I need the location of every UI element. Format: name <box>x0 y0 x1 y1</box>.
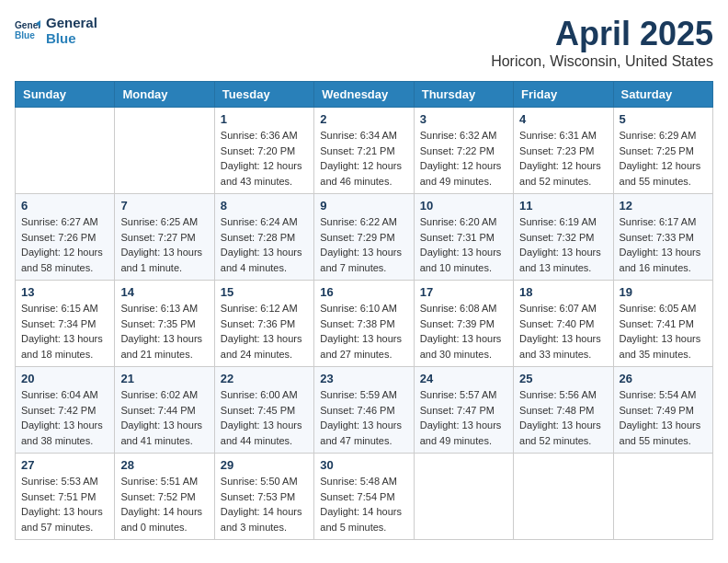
calendar-cell: 20Sunrise: 6:04 AMSunset: 7:42 PMDayligh… <box>16 367 115 454</box>
calendar-header-row: SundayMondayTuesdayWednesdayThursdayFrid… <box>16 82 713 108</box>
day-info: Sunrise: 6:24 AMSunset: 7:28 PMDaylight:… <box>221 214 308 275</box>
day-number: 29 <box>221 458 308 472</box>
location-title: Horicon, Wisconsin, United States <box>491 53 713 70</box>
day-number: 25 <box>519 372 607 385</box>
day-number: 5 <box>620 112 707 126</box>
calendar-cell: 14Sunrise: 6:13 AMSunset: 7:35 PMDayligh… <box>115 281 214 367</box>
day-info: Sunrise: 6:34 AMSunset: 7:21 PMDaylight:… <box>320 128 407 189</box>
day-number: 30 <box>320 458 407 472</box>
day-info: Sunrise: 6:08 AMSunset: 7:39 PMDaylight:… <box>420 301 507 362</box>
day-number: 10 <box>420 199 507 213</box>
day-info: Sunrise: 6:02 AMSunset: 7:44 PMDaylight:… <box>120 387 208 448</box>
day-info: Sunrise: 6:13 AMSunset: 7:35 PMDaylight:… <box>120 301 208 362</box>
day-number: 22 <box>221 372 308 385</box>
day-number: 15 <box>221 285 308 299</box>
day-number: 18 <box>519 285 607 299</box>
calendar-cell: 15Sunrise: 6:12 AMSunset: 7:36 PMDayligh… <box>214 281 313 367</box>
title-block: April 2025 Horicon, Wisconsin, United St… <box>491 15 713 70</box>
weekday-header: Monday <box>115 82 214 108</box>
svg-text:General: General <box>15 20 40 30</box>
day-info: Sunrise: 5:48 AMSunset: 7:54 PMDaylight:… <box>320 474 407 534</box>
calendar-cell: 24Sunrise: 5:57 AMSunset: 7:47 PMDayligh… <box>414 367 513 454</box>
day-number: 8 <box>221 199 308 213</box>
day-info: Sunrise: 6:10 AMSunset: 7:38 PMDaylight:… <box>320 301 407 362</box>
day-info: Sunrise: 6:05 AMSunset: 7:41 PMDaylight:… <box>620 301 707 362</box>
svg-text:Blue: Blue <box>15 30 35 40</box>
day-info: Sunrise: 5:57 AMSunset: 7:47 PMDaylight:… <box>420 387 507 448</box>
day-info: Sunrise: 6:25 AMSunset: 7:27 PMDaylight:… <box>120 214 208 275</box>
calendar-cell <box>115 108 214 194</box>
calendar-cell: 22Sunrise: 6:00 AMSunset: 7:45 PMDayligh… <box>214 367 313 454</box>
day-info: Sunrise: 6:19 AMSunset: 7:32 PMDaylight:… <box>519 214 607 275</box>
day-info: Sunrise: 6:29 AMSunset: 7:25 PMDaylight:… <box>620 128 707 189</box>
day-number: 26 <box>620 372 707 385</box>
day-number: 28 <box>120 458 208 472</box>
calendar-cell <box>613 454 712 540</box>
day-number: 19 <box>620 285 707 299</box>
day-number: 2 <box>320 112 407 126</box>
logo-general: General <box>46 15 97 30</box>
calendar-cell: 17Sunrise: 6:08 AMSunset: 7:39 PMDayligh… <box>414 281 513 367</box>
calendar-cell: 25Sunrise: 5:56 AMSunset: 7:48 PMDayligh… <box>514 367 613 454</box>
day-number: 4 <box>519 112 607 126</box>
day-number: 13 <box>21 285 108 299</box>
day-info: Sunrise: 6:36 AMSunset: 7:20 PMDaylight:… <box>221 128 308 189</box>
day-number: 27 <box>21 458 108 472</box>
calendar-cell: 27Sunrise: 5:53 AMSunset: 7:51 PMDayligh… <box>16 454 115 540</box>
day-number: 7 <box>120 199 208 213</box>
calendar-cell: 6Sunrise: 6:27 AMSunset: 7:26 PMDaylight… <box>16 194 115 281</box>
logo-blue: Blue <box>46 30 97 46</box>
calendar-table: SundayMondayTuesdayWednesdayThursdayFrid… <box>15 81 713 540</box>
calendar-cell: 26Sunrise: 5:54 AMSunset: 7:49 PMDayligh… <box>613 367 712 454</box>
weekday-header: Tuesday <box>214 82 313 108</box>
calendar-cell: 7Sunrise: 6:25 AMSunset: 7:27 PMDaylight… <box>115 194 214 281</box>
day-info: Sunrise: 5:50 AMSunset: 7:53 PMDaylight:… <box>221 474 308 534</box>
calendar-cell: 9Sunrise: 6:22 AMSunset: 7:29 PMDaylight… <box>314 194 414 281</box>
calendar-cell: 13Sunrise: 6:15 AMSunset: 7:34 PMDayligh… <box>16 281 115 367</box>
day-number: 17 <box>420 285 507 299</box>
day-number: 24 <box>420 372 507 385</box>
calendar-cell: 3Sunrise: 6:32 AMSunset: 7:22 PMDaylight… <box>414 108 513 194</box>
day-info: Sunrise: 6:32 AMSunset: 7:22 PMDaylight:… <box>420 128 507 189</box>
calendar-cell: 21Sunrise: 6:02 AMSunset: 7:44 PMDayligh… <box>115 367 214 454</box>
day-info: Sunrise: 6:00 AMSunset: 7:45 PMDaylight:… <box>221 387 308 448</box>
calendar-week-row: 6Sunrise: 6:27 AMSunset: 7:26 PMDaylight… <box>16 194 713 281</box>
calendar-cell: 30Sunrise: 5:48 AMSunset: 7:54 PMDayligh… <box>314 454 414 540</box>
weekday-header: Thursday <box>414 82 513 108</box>
calendar-cell: 18Sunrise: 6:07 AMSunset: 7:40 PMDayligh… <box>514 281 613 367</box>
day-number: 3 <box>420 112 507 126</box>
weekday-header: Friday <box>514 82 613 108</box>
day-number: 21 <box>120 372 208 385</box>
calendar-cell: 2Sunrise: 6:34 AMSunset: 7:21 PMDaylight… <box>314 108 414 194</box>
day-info: Sunrise: 6:31 AMSunset: 7:23 PMDaylight:… <box>519 128 607 189</box>
page-header: General Blue General Blue April 2025 Hor… <box>15 15 713 70</box>
day-number: 16 <box>320 285 407 299</box>
day-number: 9 <box>320 199 407 213</box>
calendar-cell: 11Sunrise: 6:19 AMSunset: 7:32 PMDayligh… <box>514 194 613 281</box>
day-number: 1 <box>221 112 308 126</box>
day-number: 11 <box>519 199 607 213</box>
day-number: 6 <box>21 199 108 213</box>
day-info: Sunrise: 5:53 AMSunset: 7:51 PMDaylight:… <box>21 474 108 534</box>
day-info: Sunrise: 5:59 AMSunset: 7:46 PMDaylight:… <box>320 387 407 448</box>
calendar-cell <box>414 454 513 540</box>
calendar-week-row: 1Sunrise: 6:36 AMSunset: 7:20 PMDaylight… <box>16 108 713 194</box>
day-number: 12 <box>620 199 707 213</box>
day-number: 23 <box>320 372 407 385</box>
calendar-cell <box>16 108 115 194</box>
weekday-header: Wednesday <box>314 82 414 108</box>
day-info: Sunrise: 6:20 AMSunset: 7:31 PMDaylight:… <box>420 214 507 275</box>
day-info: Sunrise: 6:17 AMSunset: 7:33 PMDaylight:… <box>620 214 707 275</box>
day-info: Sunrise: 6:15 AMSunset: 7:34 PMDaylight:… <box>21 301 108 362</box>
calendar-cell: 23Sunrise: 5:59 AMSunset: 7:46 PMDayligh… <box>314 367 414 454</box>
month-title: April 2025 <box>491 15 713 53</box>
calendar-cell <box>514 454 613 540</box>
day-number: 14 <box>120 285 208 299</box>
weekday-header: Saturday <box>613 82 712 108</box>
calendar-week-row: 13Sunrise: 6:15 AMSunset: 7:34 PMDayligh… <box>16 281 713 367</box>
calendar-cell: 12Sunrise: 6:17 AMSunset: 7:33 PMDayligh… <box>613 194 712 281</box>
calendar-cell: 19Sunrise: 6:05 AMSunset: 7:41 PMDayligh… <box>613 281 712 367</box>
calendar-cell: 16Sunrise: 6:10 AMSunset: 7:38 PMDayligh… <box>314 281 414 367</box>
day-info: Sunrise: 6:04 AMSunset: 7:42 PMDaylight:… <box>21 387 108 448</box>
calendar-cell: 10Sunrise: 6:20 AMSunset: 7:31 PMDayligh… <box>414 194 513 281</box>
